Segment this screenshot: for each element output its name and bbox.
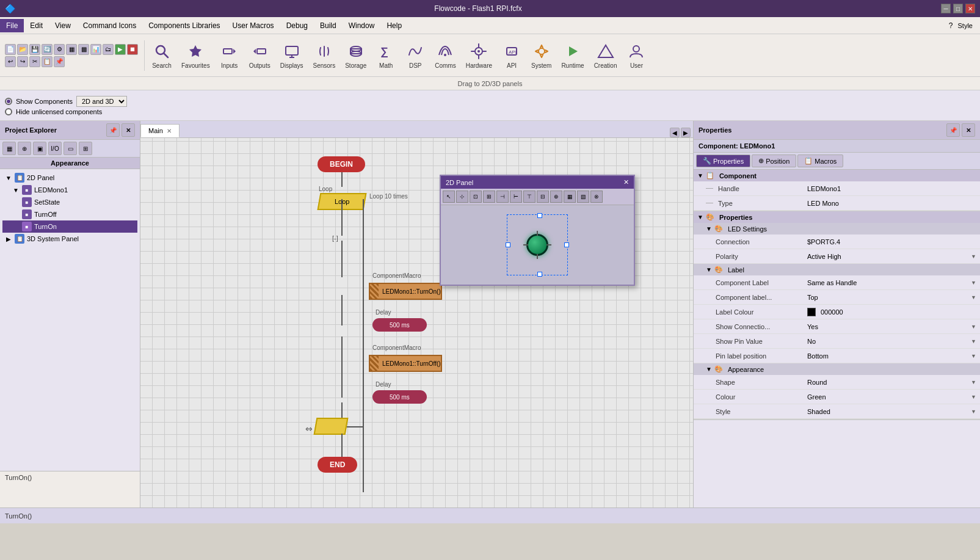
- prop-connection-value[interactable]: $PORTG.4: [804, 238, 980, 245]
- show-conn-dropdown[interactable]: ▼: [971, 324, 976, 330]
- flow-delay1[interactable]: Delay: [376, 309, 391, 316]
- toolbar-save[interactable]: 💾: [29, 44, 40, 55]
- begin-block[interactable]: BEGIN: [318, 156, 365, 172]
- flow-macro2-block[interactable]: LEDMono1::TurnOff(): [369, 355, 442, 372]
- section-led-settings-header[interactable]: ▼ 🎨 LED Settings: [694, 223, 980, 235]
- loop-end-shape[interactable]: [314, 418, 349, 435]
- lp-target-icon[interactable]: ⊕: [18, 142, 31, 155]
- lp-rect-icon[interactable]: ▭: [64, 142, 77, 155]
- toolbar-table[interactable]: 📊: [90, 44, 101, 55]
- prop-pin-pos-value[interactable]: Bottom ▼: [804, 352, 980, 360]
- toolbar-table2[interactable]: 🗂: [103, 44, 114, 55]
- p2d-align-left[interactable]: ⊣: [496, 191, 509, 203]
- menu-help[interactable]: Help: [380, 19, 408, 32]
- flow-loop-end[interactable]: [315, 418, 347, 435]
- menu-edit[interactable]: Edit: [24, 19, 49, 32]
- prop-tab-macros[interactable]: 📋 Macros: [797, 155, 843, 167]
- pin-pos-dropdown[interactable]: ▼: [971, 353, 976, 359]
- prop-tab-position[interactable]: ⊕ Position: [752, 155, 796, 167]
- prop-style-value[interactable]: Shaded ▼: [804, 408, 980, 415]
- p2d-copy[interactable]: ⊡: [470, 191, 482, 203]
- menu-build[interactable]: Build: [314, 19, 343, 32]
- tab-nav-right[interactable]: ▶: [681, 128, 691, 137]
- p2d-select[interactable]: ⊹: [456, 191, 468, 203]
- toolbar-settings[interactable]: ⚙: [54, 44, 65, 55]
- flow-macro1[interactable]: ComponentMacro: [372, 272, 421, 279]
- menu-components-libraries[interactable]: Components Libraries: [142, 19, 226, 32]
- tab-main[interactable]: Main ✕: [140, 124, 180, 137]
- toolbar-outputs[interactable]: Outputs: [245, 40, 274, 70]
- p2d-grid2[interactable]: ▧: [577, 191, 589, 203]
- p2d-zoom2[interactable]: ⊕: [550, 191, 562, 203]
- tab-main-close[interactable]: ✕: [167, 128, 172, 134]
- handle-left[interactable]: [506, 242, 510, 247]
- tree-item-ledmono1[interactable]: ▼ ■ LEDMono1: [2, 184, 137, 196]
- expand-3dsystem[interactable]: ▶: [5, 235, 12, 242]
- title-bar-controls[interactable]: ─ □ ✕: [941, 4, 975, 13]
- maximize-button[interactable]: □: [953, 4, 963, 13]
- toolbar-run[interactable]: ▶: [115, 44, 126, 55]
- handle-bottom[interactable]: [537, 272, 542, 277]
- p2d-align-center[interactable]: ⊢: [510, 191, 522, 203]
- menu-file[interactable]: File: [0, 19, 24, 32]
- p2d-zoom[interactable]: ⊟: [537, 191, 549, 203]
- toolbar-api[interactable]: API API: [498, 40, 525, 70]
- end-block[interactable]: END: [318, 457, 357, 473]
- prop-tab-properties[interactable]: 🔧 Properties: [696, 155, 750, 167]
- toolbar-inputs[interactable]: Inputs: [216, 40, 243, 70]
- toolbar-redo[interactable]: ↪: [17, 56, 28, 67]
- prop-shape-value[interactable]: Round ▼: [804, 379, 980, 386]
- macro1-shape[interactable]: LEDMono1::TurnOn(): [369, 283, 442, 300]
- menu-user-macros[interactable]: User Macros: [227, 19, 280, 32]
- prop-comp-label-pos-value[interactable]: Top ▼: [804, 294, 980, 301]
- expand-ledmono1[interactable]: ▼: [12, 186, 20, 194]
- toolbar-copy[interactable]: 📋: [42, 56, 53, 67]
- polarity-dropdown[interactable]: ▼: [971, 253, 976, 260]
- flow-macro1-block[interactable]: LEDMono1::TurnOn(): [369, 283, 442, 300]
- menu-view[interactable]: View: [49, 19, 77, 32]
- section-properties-header[interactable]: ▼ 🎨 Properties: [694, 211, 980, 223]
- colour-dropdown[interactable]: ▼: [971, 394, 976, 400]
- toolbar-stop[interactable]: ⏹: [127, 44, 138, 55]
- section-properties-expand[interactable]: ▼: [697, 214, 703, 220]
- toolbar-cut[interactable]: ✂: [29, 56, 40, 67]
- toolbar-creation[interactable]: Creation: [590, 40, 621, 70]
- toolbar-hardware[interactable]: Hardware: [462, 40, 496, 70]
- prop-polarity-value[interactable]: Active High ▼: [804, 253, 980, 260]
- handle-top[interactable]: [537, 213, 542, 218]
- prop-label-colour-value[interactable]: 000000: [804, 308, 980, 316]
- lp-table-icon[interactable]: ⊞: [79, 142, 92, 155]
- p2d-fit[interactable]: ⊗: [590, 191, 603, 203]
- p2d-align-right[interactable]: ⊤: [523, 191, 535, 203]
- flow-begin[interactable]: BEGIN: [318, 156, 365, 172]
- toolbar-grid2[interactable]: ▩: [78, 44, 89, 55]
- panel-2d-header[interactable]: 2D Panel ✕: [441, 176, 634, 189]
- flow-delay2[interactable]: Delay: [376, 381, 391, 388]
- expand-2dpanel[interactable]: ▼: [5, 174, 12, 181]
- properties-pin[interactable]: 📌: [946, 123, 960, 137]
- toolbar-user[interactable]: User: [623, 40, 650, 70]
- toolbar-displays[interactable]: Displays: [277, 40, 307, 70]
- style-dropdown[interactable]: ▼: [971, 409, 976, 415]
- toolbar-refresh[interactable]: 🔄: [42, 44, 53, 55]
- minimize-button[interactable]: ─: [941, 4, 951, 13]
- toolbar-new[interactable]: 📄: [5, 44, 16, 55]
- toolbar-runtime[interactable]: Runtime: [557, 40, 587, 70]
- flow-delay1-block[interactable]: 500 ms: [372, 318, 427, 332]
- project-explorer-close[interactable]: ✕: [122, 123, 135, 137]
- tab-nav-left[interactable]: ◀: [670, 128, 680, 137]
- tree-item-2dpanel[interactable]: ▼ 📋 2D Panel: [2, 172, 137, 184]
- canvas-area[interactable]: BEGIN Loop Loop Loop 10 times [-]: [140, 138, 693, 507]
- toolbar-favourites[interactable]: Favourites: [178, 40, 214, 70]
- toolbar-paste[interactable]: 📌: [54, 56, 65, 67]
- show-components-select[interactable]: 2D and 3D 2D only 3D only: [76, 96, 127, 107]
- p2d-grid[interactable]: ▦: [564, 191, 576, 203]
- menu-debug[interactable]: Debug: [280, 19, 314, 32]
- comp-label-dropdown[interactable]: ▼: [971, 280, 976, 286]
- flow-delay2-block[interactable]: 500 ms: [372, 390, 427, 404]
- toolbar-storage[interactable]: Storage: [341, 40, 370, 70]
- lp-grid-icon[interactable]: ▦: [2, 142, 16, 155]
- panel-2d-canvas[interactable]: [441, 205, 634, 285]
- hide-unlicensed-radio[interactable]: [5, 108, 12, 115]
- shape-dropdown[interactable]: ▼: [971, 379, 976, 385]
